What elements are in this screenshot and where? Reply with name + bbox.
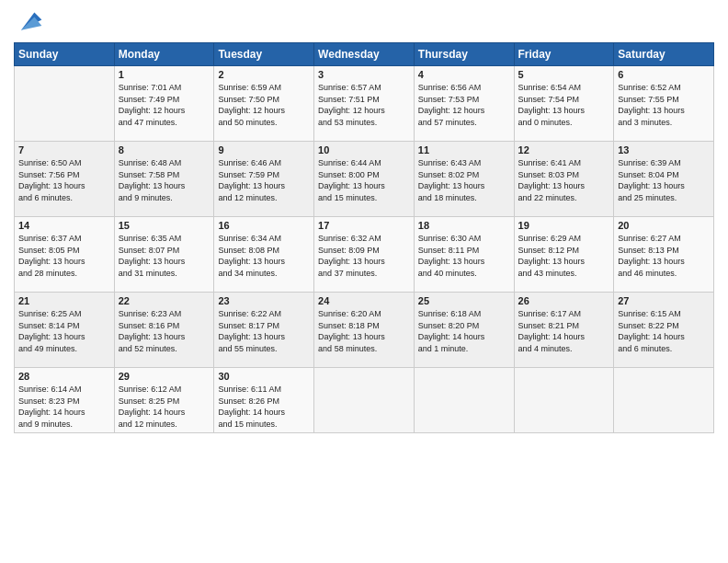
logo-icon bbox=[14, 9, 43, 35]
day-info: Sunrise: 6:20 AM Sunset: 8:18 PM Dayligh… bbox=[318, 308, 410, 354]
day-info: Sunrise: 6:54 AM Sunset: 7:54 PM Dayligh… bbox=[518, 82, 610, 128]
header bbox=[14, 9, 714, 35]
calendar-cell: 3Sunrise: 6:57 AM Sunset: 7:51 PM Daylig… bbox=[314, 66, 415, 142]
day-number: 30 bbox=[218, 371, 310, 382]
calendar-cell: 18Sunrise: 6:30 AM Sunset: 8:11 PM Dayli… bbox=[414, 217, 514, 293]
calendar-cell bbox=[614, 368, 714, 433]
day-number: 6 bbox=[618, 69, 710, 80]
day-header-friday: Friday bbox=[514, 43, 614, 66]
calendar-cell: 7Sunrise: 6:50 AM Sunset: 7:56 PM Daylig… bbox=[15, 142, 115, 217]
calendar-cell: 25Sunrise: 6:18 AM Sunset: 8:20 PM Dayli… bbox=[414, 293, 514, 368]
calendar-cell: 4Sunrise: 6:56 AM Sunset: 7:53 PM Daylig… bbox=[414, 66, 514, 142]
day-number: 13 bbox=[618, 144, 710, 155]
week-row-1: 1Sunrise: 7:01 AM Sunset: 7:49 PM Daylig… bbox=[15, 66, 714, 142]
day-info: Sunrise: 6:17 AM Sunset: 8:21 PM Dayligh… bbox=[518, 308, 610, 354]
week-row-2: 7Sunrise: 6:50 AM Sunset: 7:56 PM Daylig… bbox=[15, 142, 714, 217]
calendar-cell: 21Sunrise: 6:25 AM Sunset: 8:14 PM Dayli… bbox=[15, 293, 115, 368]
day-number: 4 bbox=[418, 69, 510, 80]
day-number: 14 bbox=[18, 220, 110, 231]
day-header-tuesday: Tuesday bbox=[214, 43, 314, 66]
day-info: Sunrise: 6:18 AM Sunset: 8:20 PM Dayligh… bbox=[418, 308, 510, 354]
calendar-cell: 1Sunrise: 7:01 AM Sunset: 7:49 PM Daylig… bbox=[114, 66, 214, 142]
calendar-cell: 2Sunrise: 6:59 AM Sunset: 7:50 PM Daylig… bbox=[214, 66, 314, 142]
day-header-wednesday: Wednesday bbox=[314, 43, 415, 66]
day-info: Sunrise: 6:50 AM Sunset: 7:56 PM Dayligh… bbox=[18, 157, 110, 203]
day-info: Sunrise: 6:57 AM Sunset: 7:51 PM Dayligh… bbox=[318, 82, 410, 128]
day-info: Sunrise: 6:30 AM Sunset: 8:11 PM Dayligh… bbox=[418, 233, 510, 279]
calendar-cell: 9Sunrise: 6:46 AM Sunset: 7:59 PM Daylig… bbox=[214, 142, 314, 217]
calendar-cell: 5Sunrise: 6:54 AM Sunset: 7:54 PM Daylig… bbox=[514, 66, 614, 142]
calendar-cell bbox=[314, 368, 415, 433]
day-info: Sunrise: 6:41 AM Sunset: 8:03 PM Dayligh… bbox=[518, 157, 610, 203]
day-number: 27 bbox=[618, 295, 710, 306]
day-info: Sunrise: 6:29 AM Sunset: 8:12 PM Dayligh… bbox=[518, 233, 610, 279]
day-number: 22 bbox=[119, 295, 210, 306]
day-number: 29 bbox=[119, 371, 210, 382]
day-number: 10 bbox=[318, 144, 410, 155]
day-header-saturday: Saturday bbox=[614, 43, 714, 66]
day-info: Sunrise: 6:25 AM Sunset: 8:14 PM Dayligh… bbox=[18, 308, 110, 354]
week-row-3: 14Sunrise: 6:37 AM Sunset: 8:05 PM Dayli… bbox=[15, 217, 714, 293]
day-number: 24 bbox=[318, 295, 410, 306]
day-number: 23 bbox=[218, 295, 310, 306]
calendar-cell: 20Sunrise: 6:27 AM Sunset: 8:13 PM Dayli… bbox=[614, 217, 714, 293]
day-info: Sunrise: 6:37 AM Sunset: 8:05 PM Dayligh… bbox=[18, 233, 110, 279]
day-info: Sunrise: 6:23 AM Sunset: 8:16 PM Dayligh… bbox=[119, 308, 210, 354]
calendar-cell: 19Sunrise: 6:29 AM Sunset: 8:12 PM Dayli… bbox=[514, 217, 614, 293]
day-info: Sunrise: 6:35 AM Sunset: 8:07 PM Dayligh… bbox=[119, 233, 210, 279]
header-row: SundayMondayTuesdayWednesdayThursdayFrid… bbox=[15, 43, 714, 66]
day-number: 2 bbox=[218, 69, 310, 80]
day-number: 1 bbox=[119, 69, 210, 80]
calendar-cell: 15Sunrise: 6:35 AM Sunset: 8:07 PM Dayli… bbox=[114, 217, 214, 293]
day-number: 12 bbox=[518, 144, 610, 155]
day-number: 21 bbox=[18, 295, 110, 306]
calendar-cell: 16Sunrise: 6:34 AM Sunset: 8:08 PM Dayli… bbox=[214, 217, 314, 293]
calendar-cell: 22Sunrise: 6:23 AM Sunset: 8:16 PM Dayli… bbox=[114, 293, 214, 368]
day-info: Sunrise: 6:15 AM Sunset: 8:22 PM Dayligh… bbox=[618, 308, 710, 354]
calendar-cell: 11Sunrise: 6:43 AM Sunset: 8:02 PM Dayli… bbox=[414, 142, 514, 217]
calendar-cell: 28Sunrise: 6:14 AM Sunset: 8:23 PM Dayli… bbox=[15, 368, 115, 433]
day-number: 16 bbox=[218, 220, 310, 231]
week-row-4: 21Sunrise: 6:25 AM Sunset: 8:14 PM Dayli… bbox=[15, 293, 714, 368]
day-number: 25 bbox=[418, 295, 510, 306]
day-number: 18 bbox=[418, 220, 510, 231]
day-info: Sunrise: 6:34 AM Sunset: 8:08 PM Dayligh… bbox=[218, 233, 310, 279]
day-info: Sunrise: 6:39 AM Sunset: 8:04 PM Dayligh… bbox=[618, 157, 710, 203]
calendar-cell bbox=[414, 368, 514, 433]
day-number: 28 bbox=[18, 371, 110, 382]
calendar-cell: 10Sunrise: 6:44 AM Sunset: 8:00 PM Dayli… bbox=[314, 142, 415, 217]
calendar-cell: 29Sunrise: 6:12 AM Sunset: 8:25 PM Dayli… bbox=[114, 368, 214, 433]
calendar-cell: 17Sunrise: 6:32 AM Sunset: 8:09 PM Dayli… bbox=[314, 217, 415, 293]
day-number: 9 bbox=[218, 144, 310, 155]
day-info: Sunrise: 6:46 AM Sunset: 7:59 PM Dayligh… bbox=[218, 157, 310, 203]
calendar-cell: 6Sunrise: 6:52 AM Sunset: 7:55 PM Daylig… bbox=[614, 66, 714, 142]
calendar-table: SundayMondayTuesdayWednesdayThursdayFrid… bbox=[14, 42, 714, 433]
calendar-cell: 8Sunrise: 6:48 AM Sunset: 7:58 PM Daylig… bbox=[114, 142, 214, 217]
calendar-cell: 12Sunrise: 6:41 AM Sunset: 8:03 PM Dayli… bbox=[514, 142, 614, 217]
day-info: Sunrise: 6:43 AM Sunset: 8:02 PM Dayligh… bbox=[418, 157, 510, 203]
calendar-cell: 26Sunrise: 6:17 AM Sunset: 8:21 PM Dayli… bbox=[514, 293, 614, 368]
day-info: Sunrise: 6:27 AM Sunset: 8:13 PM Dayligh… bbox=[618, 233, 710, 279]
calendar-cell: 13Sunrise: 6:39 AM Sunset: 8:04 PM Dayli… bbox=[614, 142, 714, 217]
day-number: 3 bbox=[318, 69, 410, 80]
calendar-cell bbox=[514, 368, 614, 433]
week-row-5: 28Sunrise: 6:14 AM Sunset: 8:23 PM Dayli… bbox=[15, 368, 714, 433]
day-info: Sunrise: 6:52 AM Sunset: 7:55 PM Dayligh… bbox=[618, 82, 710, 128]
day-number: 15 bbox=[119, 220, 210, 231]
day-info: Sunrise: 6:22 AM Sunset: 8:17 PM Dayligh… bbox=[218, 308, 310, 354]
day-number: 5 bbox=[518, 69, 610, 80]
day-number: 8 bbox=[119, 144, 210, 155]
day-info: Sunrise: 6:48 AM Sunset: 7:58 PM Dayligh… bbox=[119, 157, 210, 203]
page: SundayMondayTuesdayWednesdayThursdayFrid… bbox=[0, 0, 728, 563]
day-info: Sunrise: 6:32 AM Sunset: 8:09 PM Dayligh… bbox=[318, 233, 410, 279]
day-header-monday: Monday bbox=[114, 43, 214, 66]
calendar-cell: 14Sunrise: 6:37 AM Sunset: 8:05 PM Dayli… bbox=[15, 217, 115, 293]
calendar-cell: 24Sunrise: 6:20 AM Sunset: 8:18 PM Dayli… bbox=[314, 293, 415, 368]
day-info: Sunrise: 6:59 AM Sunset: 7:50 PM Dayligh… bbox=[218, 82, 310, 128]
day-info: Sunrise: 6:12 AM Sunset: 8:25 PM Dayligh… bbox=[119, 384, 210, 430]
day-number: 17 bbox=[318, 220, 410, 231]
day-header-sunday: Sunday bbox=[15, 43, 115, 66]
day-info: Sunrise: 6:11 AM Sunset: 8:26 PM Dayligh… bbox=[218, 384, 310, 430]
day-info: Sunrise: 6:56 AM Sunset: 7:53 PM Dayligh… bbox=[418, 82, 510, 128]
day-number: 19 bbox=[518, 220, 610, 231]
